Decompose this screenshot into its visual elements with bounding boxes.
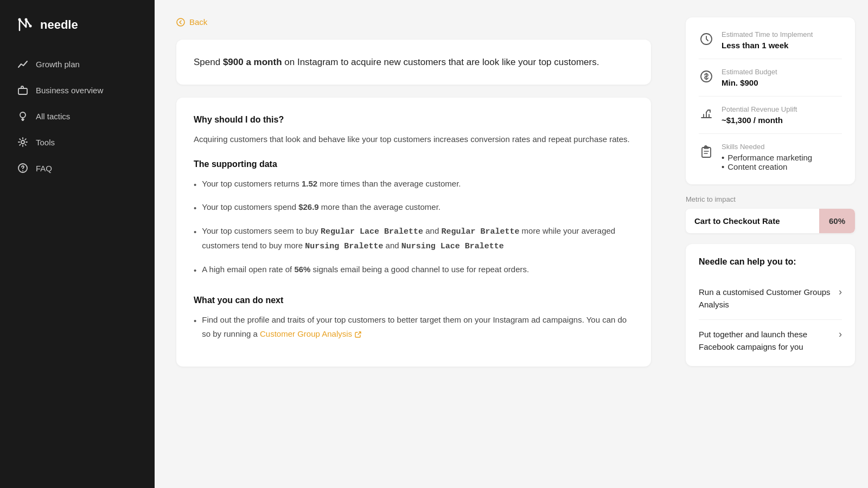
briefcase-icon <box>17 85 28 95</box>
budget-value: Min. $900 <box>722 78 777 87</box>
back-button[interactable]: Back <box>176 17 207 27</box>
next-title: What you can do next <box>194 296 634 305</box>
why-title: Why should I do this? <box>194 115 634 125</box>
sidebar-item-tools[interactable]: Tools <box>9 130 146 154</box>
bullet-3: Your top customers seem to buy Regular L… <box>194 224 634 254</box>
info-card: Estimated Time to Implement Less than 1 … <box>686 17 855 184</box>
help-item-1-text: Run a customised Customer Groups Analysi… <box>699 286 832 311</box>
sidebar-item-label: Business overview <box>36 86 103 95</box>
external-link-icon <box>354 331 362 338</box>
right-panel: Estimated Time to Implement Less than 1 … <box>673 0 868 488</box>
logo: needle <box>0 0 155 52</box>
skills-row: Skills Needed Performance marketing Cont… <box>699 134 842 171</box>
revenue-value: ~$1,300 / month <box>722 115 797 125</box>
bullet-1: Your top customers returns 1.52 more tim… <box>194 177 634 192</box>
stat-2: $26.9 <box>298 202 319 211</box>
hero-card: Spend $900 a month on Instagram to acqui… <box>176 40 651 85</box>
svg-rect-11 <box>702 147 711 157</box>
product-2: Regular Bralette <box>441 227 519 236</box>
back-circle-icon <box>176 18 185 27</box>
hero-text-suffix: on Instagram to acquire new customers th… <box>282 57 599 67</box>
metric-bar: Cart to Checkout Rate 60% <box>686 209 855 233</box>
question-icon <box>17 163 28 174</box>
customer-group-analysis-link[interactable]: Customer Group Analysis <box>260 329 362 338</box>
content-card: Why should I do this? Acquiring customer… <box>176 98 651 367</box>
revenue-label: Potential Revenue Uplift <box>722 105 797 113</box>
metric-section: Metric to impact Cart to Checkout Rate 6… <box>686 195 855 233</box>
skill-1: Performance marketing <box>722 153 812 162</box>
uplift-icon <box>699 106 714 121</box>
skills-value: Performance marketing Content creation <box>722 153 812 171</box>
sidebar: needle Growth plan Business overview <box>0 0 155 488</box>
budget-label: Estimated Budget <box>722 68 777 76</box>
logo-text: needle <box>40 18 78 32</box>
supporting-data-list: Your top customers returns 1.52 more tim… <box>194 177 634 278</box>
hero-text-prefix: Spend <box>194 57 223 67</box>
skill-2: Content creation <box>722 162 812 171</box>
stat-1: 1.52 <box>302 179 317 188</box>
clipboard-icon <box>699 144 714 159</box>
metric-pct: 60% <box>819 209 855 233</box>
bullet-2: Your top customers spend $26.9 more than… <box>194 200 634 215</box>
svg-point-4 <box>20 112 25 118</box>
stat-3: 56% <box>294 265 310 274</box>
help-item-2-text: Put together and launch these Facebook c… <box>699 329 832 353</box>
revenue-row: Potential Revenue Uplift ~$1,300 / month <box>699 97 842 134</box>
skills-label: Skills Needed <box>722 143 812 151</box>
metric-label: Metric to impact <box>686 195 855 203</box>
product-1: Regular Lace Bralette <box>321 227 423 236</box>
dollar-icon <box>699 69 714 84</box>
sidebar-item-business-overview[interactable]: Business overview <box>9 78 146 102</box>
time-row: Estimated Time to Implement Less than 1 … <box>699 30 842 59</box>
svg-point-5 <box>21 140 24 144</box>
next-bullet-1: Find out the profile and traits of your … <box>194 313 634 341</box>
bullet-4: A high email open rate of 56% signals em… <box>194 262 634 278</box>
svg-point-0 <box>18 18 21 21</box>
product-3: Nursing Bralette <box>305 242 383 251</box>
help-item-1[interactable]: Run a customised Customer Groups Analysi… <box>699 278 842 320</box>
chart-icon <box>17 59 28 69</box>
chevron-down-icon-1: › <box>839 286 842 298</box>
needle-help-card: Needle can help you to: Run a customised… <box>686 244 855 366</box>
gear-icon <box>17 137 28 147</box>
sidebar-item-faq[interactable]: FAQ <box>9 156 146 180</box>
lightbulb-icon <box>17 111 28 121</box>
metric-name: Cart to Checkout Rate <box>686 209 819 233</box>
sidebar-item-label: Growth plan <box>36 60 80 69</box>
time-label: Estimated Time to Implement <box>722 30 813 38</box>
logo-icon <box>15 15 35 35</box>
why-text: Acquiring customers that look and behave… <box>194 132 634 146</box>
clock-icon <box>699 31 714 47</box>
svg-point-7 <box>22 170 23 171</box>
sidebar-item-label: All tactics <box>36 112 70 121</box>
needle-help-title: Needle can help you to: <box>699 257 842 267</box>
time-value: Less than 1 week <box>722 41 813 50</box>
sidebar-item-label: FAQ <box>36 164 52 173</box>
svg-point-2 <box>29 25 32 28</box>
svg-point-1 <box>25 18 28 21</box>
sidebar-item-label: Tools <box>36 138 55 147</box>
chevron-down-icon-2: › <box>839 329 842 340</box>
help-item-2[interactable]: Put together and launch these Facebook c… <box>699 320 842 353</box>
sidebar-item-all-tactics[interactable]: All tactics <box>9 104 146 128</box>
svg-point-8 <box>177 18 184 26</box>
sidebar-nav: Growth plan Business overview All tacti <box>0 52 155 180</box>
data-title: The supporting data <box>194 159 634 169</box>
svg-rect-3 <box>18 88 27 94</box>
hero-bold: $900 a month <box>223 57 282 67</box>
budget-row: Estimated Budget Min. $900 <box>699 59 842 97</box>
product-4: Nursing Lace Bralette <box>401 242 504 251</box>
next-steps-list: Find out the profile and traits of your … <box>194 313 634 341</box>
sidebar-item-growth-plan[interactable]: Growth plan <box>9 52 146 76</box>
main-content: Back Spend $900 a month on Instagram to … <box>155 0 673 488</box>
